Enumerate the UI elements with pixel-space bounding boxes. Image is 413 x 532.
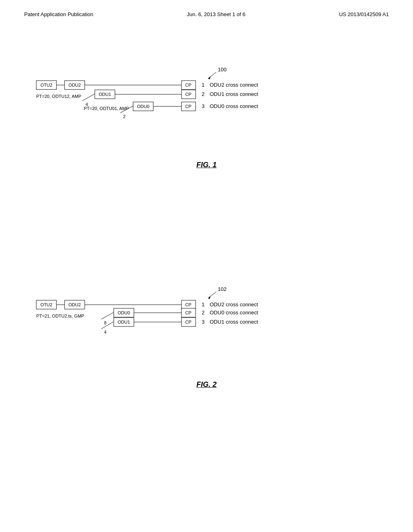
svg-text:2: 2 — [202, 310, 204, 316]
svg-text:ODU2 cross connect: ODU2 cross connect — [210, 82, 258, 88]
svg-text:OTU2: OTU2 — [40, 83, 52, 87]
svg-text:100: 100 — [218, 66, 227, 73]
svg-text:1: 1 — [202, 301, 204, 308]
svg-text:CP: CP — [185, 92, 191, 97]
svg-text:ODU2: ODU2 — [69, 83, 81, 87]
svg-text:4: 4 — [104, 330, 106, 335]
svg-marker-35 — [208, 296, 211, 299]
fig2-label: FIG. 2 — [196, 380, 217, 389]
svg-marker-2 — [208, 76, 211, 79]
svg-line-57 — [101, 322, 114, 329]
svg-text:ODU0 cross connect: ODU0 cross connect — [210, 310, 258, 316]
fig1-label: FIG. 1 — [196, 161, 217, 169]
svg-text:102: 102 — [218, 286, 227, 292]
svg-text:ODU1 cross connect: ODU1 cross connect — [210, 319, 258, 325]
header-right: US 2013/0142509 A1 — [339, 11, 389, 17]
svg-text:OTU2: OTU2 — [40, 302, 52, 307]
svg-text:ODU0: ODU0 — [137, 104, 150, 109]
svg-text:CP: CP — [185, 83, 191, 87]
svg-text:CP: CP — [185, 104, 191, 109]
svg-text:1: 1 — [202, 82, 204, 88]
svg-text:PT=21, ODTU2.ts, GMP: PT=21, ODTU2.ts, GMP — [36, 314, 84, 318]
fig2-diagram: 102 OTU2 ODU2 CP 1 ODU2 cross connect PT… — [24, 282, 387, 371]
svg-text:CP: CP — [185, 320, 191, 324]
svg-text:8: 8 — [104, 320, 106, 325]
fig1-diagram: 100 OTU2 ODU2 CP 1 ODU2 cross connect — [24, 62, 387, 151]
header-center: Jun. 6, 2013 Sheet 1 of 6 — [187, 11, 245, 17]
svg-text:ODU2 cross connect: ODU2 cross connect — [210, 301, 258, 308]
fig2-area: 102 OTU2 ODU2 CP 1 ODU2 cross connect PT… — [24, 282, 389, 391]
svg-text:ODU1 cross connect: ODU1 cross connect — [210, 91, 258, 97]
header-left: Patent Application Publication — [24, 11, 93, 17]
svg-line-48 — [101, 312, 114, 319]
svg-text:CP: CP — [185, 302, 191, 307]
svg-text:2: 2 — [202, 91, 204, 97]
svg-text:ODU2: ODU2 — [69, 302, 81, 307]
fig1-area: 100 OTU2 ODU2 CP 1 ODU2 cross connect — [24, 62, 389, 171]
svg-text:3: 3 — [202, 103, 204, 109]
svg-text:ODU1: ODU1 — [118, 320, 130, 324]
svg-text:PT=20, ODTU01, AMP: PT=20, ODTU01, AMP — [84, 106, 129, 111]
svg-text:ODU0: ODU0 — [118, 310, 130, 315]
svg-text:ODU1: ODU1 — [99, 92, 111, 97]
svg-line-15 — [82, 94, 95, 101]
svg-text:3: 3 — [202, 319, 204, 325]
svg-text:ODU0 cross connect: ODU0 cross connect — [210, 103, 258, 109]
svg-text:CP: CP — [185, 310, 191, 315]
svg-text:PT=20, ODTU12, AMP: PT=20, ODTU12, AMP — [36, 94, 81, 99]
svg-text:2: 2 — [123, 114, 125, 119]
